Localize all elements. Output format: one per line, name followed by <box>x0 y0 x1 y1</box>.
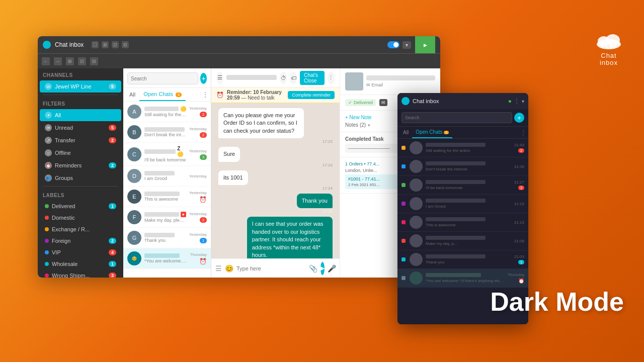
svg-point-3 <box>601 45 604 48</box>
toolbar-icon-2[interactable]: ↔ <box>54 57 62 65</box>
timer-icon[interactable]: ⏱ <box>280 72 287 84</box>
new-chat-btn[interactable]: + <box>200 73 207 84</box>
dark-tab-all[interactable]: All <box>399 127 412 138</box>
toolbar-icon-4[interactable]: ⊡ <box>78 57 86 65</box>
filter-reminders-label: Reminders <box>55 162 82 168</box>
toolbar-icon-3[interactable]: ⊞ <box>66 57 74 65</box>
more-options-icon[interactable]: ⋮ <box>328 72 335 84</box>
notes-expand-icon[interactable]: ▾ <box>368 123 370 128</box>
close-chat-btn[interactable]: Chat's Close <box>300 71 325 85</box>
chat-item-4[interactable]: D I am Grood Yesterday <box>123 166 211 187</box>
search-input[interactable] <box>127 72 198 84</box>
window-btn-1[interactable]: ☐ <box>92 41 99 48</box>
chat-preview-4: I am Grood <box>144 176 186 181</box>
complete-reminder-btn[interactable]: Complete reminder <box>288 91 335 99</box>
chat-list: A 🟡 Still waiting for the action Yesterd… <box>123 102 211 278</box>
label-wrong-shipment[interactable]: Wrong Shipm... 3 <box>40 270 121 278</box>
dark-chat-meta-5: 21:13 <box>514 220 524 225</box>
dark-chat-time-8: Thursday <box>508 273 524 277</box>
filter-offline[interactable]: ○ Offline <box>40 147 121 159</box>
user-dropdown[interactable]: ▾ <box>403 41 411 49</box>
dark-chat-info-2: Don't break the internet <box>426 161 511 171</box>
contact-info: ✉ Email <box>366 75 435 87</box>
label-delivered-dot <box>45 204 49 208</box>
delivered-icon-btn[interactable]: ✉ <box>379 99 387 106</box>
chat-item-2[interactable]: B Don't break the internet Yesterday 2 <box>123 122 211 143</box>
tag-icon[interactable]: 🏷 <box>290 72 297 84</box>
dark-chat-preview-6: Make my day, p... <box>426 241 511 246</box>
dark-dots-icon[interactable]: ⋮ <box>514 98 520 105</box>
dark-chat-item-7[interactable]: Thank you 21:03 1 <box>397 250 528 269</box>
dark-new-chat-btn[interactable]: + <box>514 113 524 123</box>
dark-expand-icon[interactable]: ▾ <box>522 99 524 104</box>
contact-avatar <box>345 72 363 90</box>
dark-chat-item-8[interactable]: *You are welcome.* if there's anything e… <box>397 269 528 288</box>
label-domestic[interactable]: Domestic <box>40 212 121 223</box>
toolbar-icon-1[interactable]: ← <box>42 57 50 65</box>
chat-info-3: Z 🟡 I'll be back tomorrow <box>144 146 186 162</box>
chat-item-5[interactable]: E This is awesome Yesterday ⏰ <box>123 187 211 207</box>
dark-chat-item-6[interactable]: Make my day, p... 21:08 <box>397 232 528 250</box>
filter-reminders[interactable]: ⏰ Reminders 2 <box>40 159 121 171</box>
dark-search-input[interactable] <box>401 112 512 123</box>
sidebar-channel-jewel[interactable]: W Jewel WP Line 5 <box>40 80 121 93</box>
filter-transfer-label: Transfer <box>55 137 75 143</box>
filter-all[interactable]: ✦ All <box>40 109 121 121</box>
svg-point-5 <box>609 46 612 49</box>
attach-icon[interactable]: 📎 <box>309 264 317 273</box>
window-btn-4[interactable]: ⊟ <box>122 41 129 48</box>
dark-tab-open-chats[interactable]: Open Chats 6 <box>412 127 452 138</box>
filter-unread[interactable]: ✉ Unread 5 <box>40 122 121 134</box>
dark-chat-item-3[interactable]: I'll be back tomorrow 21:27 3 <box>397 176 528 195</box>
label-exchange[interactable]: Exchange / R... <box>40 224 121 235</box>
filter-transfer[interactable]: ↗ Transfer 2 <box>40 134 121 146</box>
dark-chat-preview-3: I'll be back tomorrow <box>426 186 511 190</box>
msg-time-4: 17:24 <box>323 209 333 214</box>
chat-item-3[interactable]: C Z 🟡 I'll be back tomorrow Yesterday 3 <box>123 143 211 166</box>
chat-nav-icon[interactable]: ☰ <box>216 72 223 84</box>
chat-item-1[interactable]: A 🟡 Still waiting for the action Yesterd… <box>123 102 211 122</box>
label-vip[interactable]: VIP 4 <box>40 247 121 258</box>
app-logo-icon <box>43 41 51 49</box>
send-btn[interactable]: ▶ <box>320 262 325 275</box>
label-foreign[interactable]: Foreign 2 <box>40 235 121 246</box>
toolbar-icon-5[interactable]: ⊟ <box>90 57 98 65</box>
label-wholesale[interactable]: Wholesale 1 <box>40 258 121 269</box>
dark-chat-info-1: Still waiting for the action <box>426 143 511 153</box>
tab-open-chats[interactable]: Open Chats 6 <box>139 88 186 101</box>
dark-chat-preview-2: Don't break the internet <box>426 167 511 171</box>
tabs-more-btn[interactable]: ⋮ <box>202 90 209 99</box>
dark-chat-item-4[interactable]: I am Grood 21:15 <box>397 195 528 213</box>
label-delivered[interactable]: Delivered 1 <box>40 201 121 212</box>
new-note-btn[interactable]: + New Note <box>345 115 372 120</box>
window-btn-2[interactable]: ⊞ <box>102 41 109 48</box>
tab-all[interactable]: All <box>125 88 139 101</box>
label-vip-text: VIP <box>52 249 61 255</box>
chat-item-6[interactable]: F ● Make my day, please Yesterday 2 <box>123 207 211 228</box>
msg-bubble-5: I can see that your order was handed ove… <box>247 217 333 258</box>
dark-tabs-more[interactable]: ⋮ <box>520 129 526 136</box>
filter-groups-icon: 👥 <box>45 174 52 182</box>
chat-meta-2: Yesterday 2 <box>189 127 207 138</box>
label-vip-dot <box>45 250 49 254</box>
smiley-icon[interactable]: 😊 <box>225 264 233 273</box>
mic-icon[interactable]: 🎤 <box>328 264 336 273</box>
window-btn-3[interactable]: ⊡ <box>112 41 119 48</box>
chat-info-7: Thank you <box>144 233 186 243</box>
dark-chat-item-2[interactable]: Don't break the internet 21:39 <box>397 157 528 176</box>
chat-item-8[interactable]: 😊 *You are welcome.* If there's any... T… <box>123 248 211 269</box>
chat-input[interactable] <box>236 265 306 272</box>
dark-window: Chat inbox ● ⋮ ▾ + All Open Chats 6 ⋮ St… <box>397 93 528 324</box>
dark-chat-meta-1: 21:43 2 <box>514 143 524 153</box>
green-action-btn[interactable]: ▸ <box>415 36 435 53</box>
chat-item-7[interactable]: G Thank you Yesterday 1 <box>123 228 211 248</box>
dark-chat-item-5[interactable]: This is awesome 21:13 <box>397 213 528 232</box>
dark-chat-item-1[interactable]: Still waiting for the action 21:43 2 <box>397 139 528 157</box>
filter-unread-label: Unread <box>55 125 73 131</box>
filter-groups[interactable]: 👥 Groups <box>40 172 121 184</box>
msg-bubble-1: Can you please give me your Order ID so … <box>218 108 304 138</box>
chat-preview-5: This is awesome <box>144 197 186 202</box>
label-exchange-text: Exchange / R... <box>52 226 90 232</box>
contact-name-bar <box>366 75 435 80</box>
emoji-icon[interactable]: ☰ <box>215 264 222 273</box>
